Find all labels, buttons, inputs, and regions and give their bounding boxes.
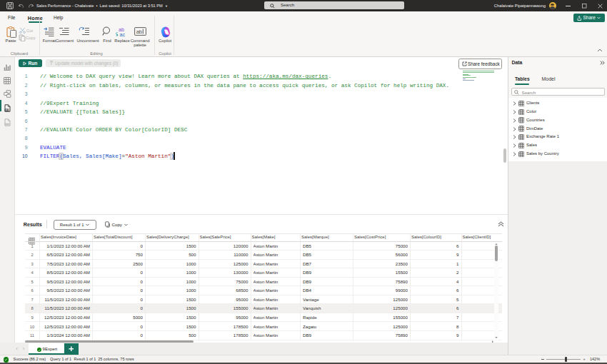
svg-text:ac: ac [120,32,126,37]
svg-text:DAX: DAX [4,108,9,111]
svg-text:ab: ab [136,29,142,35]
svg-text:ab: ab [119,27,124,32]
